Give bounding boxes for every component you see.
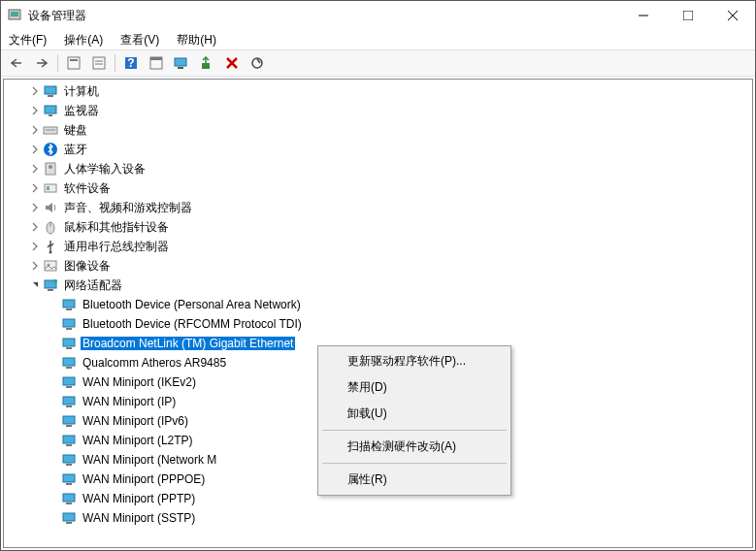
chevron-right-icon[interactable] <box>28 240 42 253</box>
device-label: WAN Miniport (IP) <box>81 395 178 408</box>
tree-device[interactable]: WAN Miniport (SSTP) <box>4 508 752 528</box>
expander-blank <box>47 511 60 525</box>
show-console-button[interactable] <box>62 52 85 74</box>
tree-category[interactable]: 计算机 <box>4 81 752 101</box>
window-title: 设备管理器 <box>28 8 621 24</box>
minimize-button[interactable] <box>621 1 666 30</box>
menubar: 文件(F) 操作(A) 查看(V) 帮助(H) <box>1 30 755 49</box>
network-adapter-icon <box>61 336 77 351</box>
properties-button[interactable] <box>87 52 111 74</box>
device-label: WAN Miniport (SSTP) <box>81 511 197 525</box>
usb-icon <box>43 239 58 254</box>
app-icon <box>7 8 22 23</box>
network-adapter-icon <box>61 452 77 468</box>
category-label: 鼠标和其他指针设备 <box>62 219 171 236</box>
scan-hardware-button[interactable] <box>170 52 193 74</box>
tree-category[interactable]: 人体学输入设备 <box>4 159 752 178</box>
menu-action[interactable]: 操作(A) <box>60 30 107 50</box>
svg-rect-56 <box>63 455 75 463</box>
chevron-right-icon[interactable] <box>28 123 42 137</box>
category-label: 人体学输入设备 <box>62 161 148 178</box>
tree-category[interactable]: 软件设备 <box>4 178 752 198</box>
expander-blank <box>47 492 60 505</box>
svg-rect-40 <box>63 300 75 308</box>
view-button[interactable] <box>145 52 168 74</box>
tree-category-network[interactable]: 网络适配器 <box>4 276 752 295</box>
keyboard-icon <box>43 122 58 138</box>
chevron-right-icon[interactable] <box>28 162 42 176</box>
uninstall-button[interactable] <box>220 52 244 74</box>
mouse-icon <box>43 219 58 235</box>
update-driver-button[interactable] <box>195 52 218 74</box>
svg-rect-52 <box>63 416 75 424</box>
svg-rect-31 <box>47 186 49 190</box>
svg-rect-57 <box>66 464 72 466</box>
ctx-update-driver[interactable]: 更新驱动程序软件(P)... <box>320 348 509 374</box>
network-adapter-icon <box>61 355 77 371</box>
expander-blank <box>47 356 60 370</box>
tree-device[interactable]: Bluetooth Device (RFCOMM Protocol TDI) <box>4 314 752 334</box>
nav-forward-button[interactable] <box>30 52 53 74</box>
svg-text:?: ? <box>127 56 134 70</box>
expander-blank <box>47 414 60 428</box>
device-label: Qualcomm Atheros AR9485 <box>81 356 228 370</box>
tree-category[interactable]: 鼠标和其他指针设备 <box>4 217 752 237</box>
svg-rect-54 <box>63 436 75 443</box>
category-label: 蓝牙 <box>62 142 89 158</box>
chevron-right-icon[interactable] <box>28 201 42 214</box>
svg-rect-42 <box>63 319 75 327</box>
toolbar: ? <box>1 49 755 77</box>
network-adapter-icon <box>61 394 77 409</box>
svg-rect-8 <box>93 57 105 69</box>
category-label: 通用串行总线控制器 <box>62 239 171 255</box>
svg-rect-62 <box>63 513 75 521</box>
ctx-properties[interactable]: 属性(R) <box>320 467 509 493</box>
ctx-disable[interactable]: 禁用(D) <box>320 374 509 401</box>
chevron-right-icon[interactable] <box>28 143 42 156</box>
network-adapter-icon <box>61 510 77 526</box>
svg-rect-51 <box>66 405 72 407</box>
bluetooth-icon <box>43 142 58 157</box>
nav-back-button[interactable] <box>5 52 28 74</box>
help-button[interactable]: ? <box>119 52 143 74</box>
svg-rect-14 <box>150 57 162 60</box>
device-label: WAN Miniport (PPPOE) <box>81 472 207 486</box>
disable-button[interactable] <box>246 52 269 74</box>
context-menu: 更新驱动程序软件(P)... 禁用(D) 卸载(U) 扫描检测硬件改动(A) 属… <box>317 345 511 496</box>
chevron-right-icon[interactable] <box>28 84 42 98</box>
svg-rect-6 <box>68 57 80 69</box>
chevron-right-icon[interactable] <box>28 259 42 273</box>
chevron-down-icon[interactable] <box>28 278 42 292</box>
network-adapter-icon <box>61 413 77 429</box>
device-label: WAN Miniport (L2TP) <box>81 434 195 447</box>
svg-rect-59 <box>66 483 72 485</box>
menu-file[interactable]: 文件(F) <box>5 30 50 50</box>
ctx-uninstall[interactable]: 卸载(U) <box>320 401 509 427</box>
tree-category[interactable]: 图像设备 <box>4 256 752 276</box>
network-adapter-icon <box>61 471 77 487</box>
svg-rect-21 <box>45 86 56 94</box>
tree-category[interactable]: 声音、视频和游戏控制器 <box>4 198 752 217</box>
svg-rect-24 <box>49 114 52 116</box>
chevron-right-icon[interactable] <box>28 181 42 195</box>
svg-rect-22 <box>48 95 53 97</box>
tree-category[interactable]: 蓝牙 <box>4 140 752 159</box>
tree-category[interactable]: 通用串行总线控制器 <box>4 237 752 256</box>
tree-category[interactable]: 监视器 <box>4 101 752 120</box>
category-label: 键盘 <box>62 122 89 139</box>
ctx-separator <box>322 430 507 431</box>
svg-rect-63 <box>66 522 72 524</box>
chevron-right-icon[interactable] <box>28 220 42 234</box>
menu-view[interactable]: 查看(V) <box>116 30 163 50</box>
tree-device[interactable]: Bluetooth Device (Personal Area Network) <box>4 295 752 314</box>
svg-point-29 <box>49 165 52 169</box>
svg-rect-61 <box>66 502 72 504</box>
svg-point-34 <box>49 251 52 254</box>
maximize-button[interactable] <box>666 1 710 30</box>
close-button[interactable] <box>710 1 755 30</box>
menu-help[interactable]: 帮助(H) <box>173 30 220 50</box>
tree-category[interactable]: 键盘 <box>4 120 752 140</box>
chevron-right-icon[interactable] <box>28 104 42 117</box>
svg-rect-43 <box>66 328 72 330</box>
ctx-scan-hardware[interactable]: 扫描检测硬件改动(A) <box>320 434 509 460</box>
